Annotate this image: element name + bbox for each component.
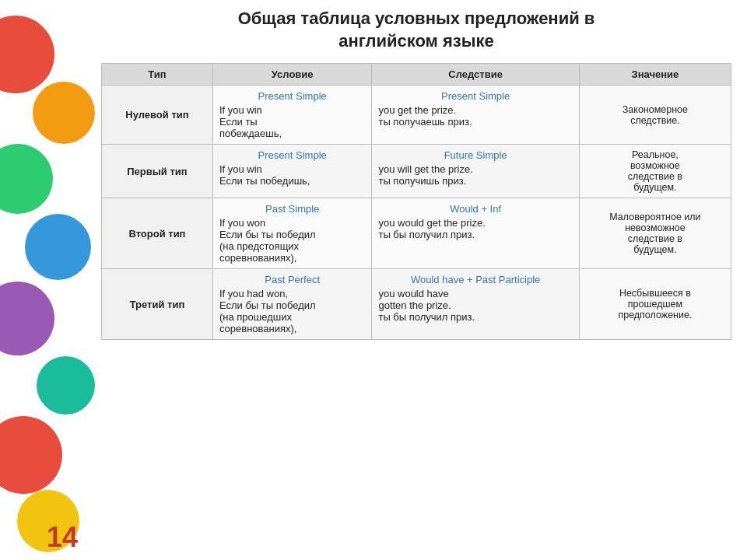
type-zero: Нулевой тип xyxy=(102,86,213,145)
main-content: Общая таблица условных предложений вангл… xyxy=(101,8,731,552)
meaning-third: Несбывшееся в прошедшем предположение. xyxy=(579,269,731,340)
meaning-second: Маловероятное или невозможное следствие … xyxy=(579,198,731,269)
table-row: Нулевой тип Present Simple If you win Ес… xyxy=(102,86,731,145)
condition-example-second: If you won Если бы ты победил (на предст… xyxy=(219,217,316,264)
consequence-example-zero: you get the prize. ты получаешь приз. xyxy=(378,104,472,128)
type-first: Первый тип xyxy=(102,145,213,198)
condition-tense-zero: Present Simple xyxy=(219,90,366,102)
consequence-first: Future Simple you will get the prize. ты… xyxy=(372,145,579,198)
condition-zero: Present Simple If you win Если ты побежд… xyxy=(212,86,372,145)
consequence-second: Would + Inf you would get the prize. ты … xyxy=(372,198,579,269)
condition-tense-first: Present Simple xyxy=(219,149,366,161)
condition-example-third: If you had won, Если бы ты победил (на п… xyxy=(219,288,316,334)
col-header-condition: Условие xyxy=(212,64,372,86)
page-title: Общая таблица условных предложений вангл… xyxy=(101,8,731,52)
consequence-tense-first: Future Simple xyxy=(378,149,572,161)
consequence-tense-second: Would + Inf xyxy=(378,203,572,215)
table-row: Второй тип Past Simple If you won Если б… xyxy=(102,198,731,269)
condition-third: Past Perfect If you had won, Если бы ты … xyxy=(212,269,372,340)
consequence-zero: Present Simple you get the prize. ты пол… xyxy=(372,86,579,145)
conditional-table: Тип Условие Следствие Значение Нулевой т… xyxy=(101,63,731,340)
consequence-tense-zero: Present Simple xyxy=(378,90,572,102)
type-third: Третий тип xyxy=(102,269,213,340)
meaning-zero: Закономерное следствие. xyxy=(579,86,731,145)
decoration-circles xyxy=(0,0,113,560)
condition-tense-third: Past Perfect xyxy=(219,274,366,285)
condition-tense-second: Past Simple xyxy=(219,203,366,215)
table-row: Первый тип Present Simple If you win Есл… xyxy=(102,145,731,198)
condition-example-first: If you win Если ты победишь, xyxy=(219,163,310,187)
consequence-example-first: you will get the prize. ты получишь приз… xyxy=(378,163,472,187)
col-header-meaning: Значение xyxy=(579,64,731,86)
consequence-tense-third: Would have + Past Participle xyxy=(378,274,572,285)
condition-second: Past Simple If you won Если бы ты победи… xyxy=(212,198,372,269)
page-number: 14 xyxy=(47,521,78,554)
consequence-example-second: you would get the prize. ты бы получил п… xyxy=(378,217,485,240)
type-second: Второй тип xyxy=(102,198,213,269)
meaning-first: Реальное, возможное следствие в будущем. xyxy=(579,145,731,198)
condition-example-zero: If you win Если ты побеждаешь, xyxy=(219,104,282,139)
col-header-type: Тип xyxy=(102,64,213,86)
consequence-third: Would have + Past Participle you would h… xyxy=(372,269,579,340)
consequence-example-third: you would have gotten the prize. ты бы п… xyxy=(378,288,475,323)
condition-first: Present Simple If you win Если ты победи… xyxy=(212,145,372,198)
table-row: Третий тип Past Perfect If you had won, … xyxy=(102,269,731,340)
col-header-consequence: Следствие xyxy=(372,64,579,86)
